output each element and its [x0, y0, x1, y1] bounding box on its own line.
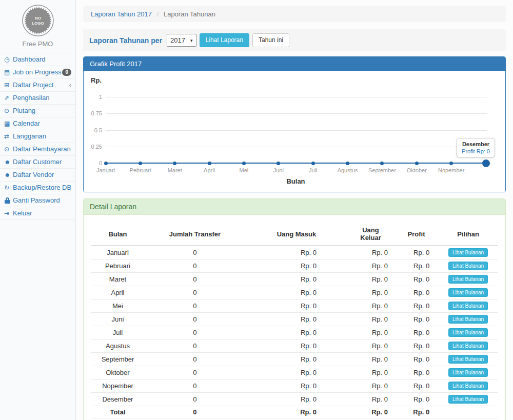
data-point-pebruari[interactable] [139, 162, 142, 165]
lihat-bulanan-button[interactable]: Lihat Bulanan [448, 342, 488, 350]
table-row: Oktober0Rp. 0Rp. 0Rp. 0Lihat Bulanan [91, 366, 498, 379]
data-point-juli[interactable] [311, 162, 315, 165]
data-point-april[interactable] [208, 162, 211, 165]
gridline [106, 113, 487, 114]
refresh-icon: ↻ [4, 184, 13, 192]
app: NO LOGO Free PMO ◷Dashboard▤Job on Progr… [0, 0, 513, 420]
lihat-bulanan-button[interactable]: Lihat Bulanan [448, 315, 488, 324]
lihat-bulanan-button[interactable]: Lihat Bulanan [448, 382, 488, 390]
lihat-bulanan-button[interactable]: Lihat Bulanan [448, 262, 488, 270]
table-row: Agustus0Rp. 0Rp. 0Rp. 0Lihat Bulanan [91, 339, 498, 353]
line-chart-icon: ⇗ [4, 94, 13, 102]
table-cell: Mei [91, 299, 144, 313]
sidebar-item-penghasilan[interactable]: ⇗Penghasilan [0, 92, 75, 105]
sidebar-item-langganan[interactable]: ⇄Langganan [0, 130, 75, 143]
table-cell: Rp. 0 [347, 273, 394, 286]
table-cell: Rp. 0 [394, 299, 439, 313]
lihat-bulanan-button[interactable]: Lihat Bulanan [448, 248, 488, 257]
total-cell [439, 406, 498, 418]
sidebar-item-keluar[interactable]: ⇥Keluar [0, 207, 75, 220]
table-cell: 0 [144, 339, 246, 353]
sidebar-item-backup-restore-db[interactable]: ↻Backup/Restore DB [0, 182, 75, 194]
data-point-agustus[interactable] [346, 162, 349, 165]
x-tick-label: Juli [293, 167, 332, 173]
sidebar-item-calendar[interactable]: ▦Calendar [0, 117, 75, 130]
chart-panel: Grafik Profit 2017 Rp.10.750.50.250Janua… [83, 56, 506, 192]
x-tick-label: Mei [224, 167, 263, 173]
table-cell: Lihat Bulanan [439, 393, 498, 406]
table-cell: Rp. 0 [394, 379, 439, 393]
data-point-juni[interactable] [277, 162, 280, 165]
tahun-ini-button[interactable]: Tahun ini [252, 33, 289, 47]
table-cell: 0 [144, 366, 246, 379]
x-tick-label: April [190, 167, 229, 173]
y-axis-label: Rp. [91, 76, 102, 84]
sidebar-item-job-on-progress[interactable]: ▤Job on Progress0 [0, 66, 75, 79]
sidebar-item-daftar-customer[interactable]: ☻Daftar Customer [0, 156, 75, 169]
tooltip-value: Profit Rp: 0 [462, 148, 490, 154]
data-point-nopember[interactable] [449, 162, 453, 165]
data-point-januari[interactable] [104, 162, 108, 165]
sidebar-item-label: Backup/Restore DB [13, 184, 71, 192]
table-cell: Rp. 0 [394, 393, 439, 406]
breadcrumb-link[interactable]: Laporan Tahun 2017 [91, 10, 152, 18]
y-tick-label: 0.25 [84, 144, 102, 150]
x-tick-label: Januari [86, 167, 125, 173]
lihat-bulanan-button[interactable]: Lihat Bulanan [448, 328, 488, 337]
table-cell: Nopember [91, 379, 144, 393]
table-row: September0Rp. 0Rp. 0Rp. 0Lihat Bulanan [91, 353, 498, 366]
table-row: Mei0Rp. 0Rp. 0Rp. 0Lihat Bulanan [91, 299, 498, 313]
lihat-bulanan-button[interactable]: Lihat Bulanan [448, 275, 488, 284]
table-cell: 0 [144, 259, 246, 273]
year-filter-bar: Laporan Tahunan per 2017 ▾ Lihat Laporan… [83, 29, 506, 51]
table-cell: 0 [144, 286, 246, 299]
data-point-mei[interactable] [242, 162, 246, 165]
lihat-bulanan-button[interactable]: Lihat Bulanan [448, 395, 488, 404]
table-cell: Rp. 0 [347, 313, 394, 326]
table-cell: Juni [91, 313, 144, 326]
x-tick-label: Juni [259, 167, 298, 173]
year-select[interactable]: 2017 ▾ [167, 34, 196, 47]
sidebar-item-label: Penghasilan [13, 94, 50, 102]
count-badge: 0 [62, 69, 71, 76]
table-cell: September [91, 353, 144, 366]
total-cell: 0 [144, 406, 246, 418]
sidebar-item-daftar-vendor[interactable]: ☻Daftar Vendor [0, 169, 75, 182]
sidebar-item-ganti-password[interactable]: Ganti Password [0, 194, 75, 207]
table-cell: Rp. 0 [347, 259, 394, 273]
lihat-bulanan-button[interactable]: Lihat Bulanan [448, 288, 488, 297]
y-tick-label: 0.75 [84, 110, 102, 116]
detail-table: BulanJumlah TransferUang MasukUang Kelua… [91, 223, 498, 418]
no-logo-seal: NO LOGO [22, 4, 54, 37]
sidebar-item-label: Langganan [13, 132, 46, 141]
data-point-september[interactable] [380, 162, 384, 165]
table-cell: Rp. 0 [347, 299, 394, 313]
sidebar-item-piutang[interactable]: ⊙Piutang [0, 105, 75, 117]
table-cell: Lihat Bulanan [439, 366, 498, 379]
data-point-oktober[interactable] [415, 162, 419, 165]
gridline [106, 97, 487, 97]
sidebar-item-daftar-pembayaran[interactable]: ⊙Daftar Pembayaran [0, 143, 75, 156]
data-point-maret[interactable] [173, 162, 176, 165]
lihat-laporan-button[interactable]: Lihat Laporan [200, 33, 249, 47]
table-cell: Rp. 0 [246, 366, 347, 379]
sidebar-item-daftar-project[interactable]: ⊞Daftar Project‹ [0, 79, 75, 92]
lihat-bulanan-button[interactable]: Lihat Bulanan [448, 368, 488, 377]
chart-panel-title: Grafik Profit 2017 [84, 57, 505, 71]
sidebar: NO LOGO Free PMO ◷Dashboard▤Job on Progr… [0, 0, 76, 420]
lihat-bulanan-button[interactable]: Lihat Bulanan [448, 302, 488, 310]
sidebar-item-dashboard[interactable]: ◷Dashboard [0, 53, 75, 66]
table-cell: Rp. 0 [347, 366, 394, 379]
table-cell: Rp. 0 [246, 326, 347, 339]
lihat-bulanan-button[interactable]: Lihat Bulanan [448, 355, 488, 364]
brand-name: Free PMO [0, 40, 75, 48]
table-cell: Agustus [91, 339, 144, 353]
table-cell: Rp. 0 [246, 299, 347, 313]
table-cell: Rp. 0 [394, 246, 439, 259]
table-cell: Rp. 0 [347, 393, 394, 406]
data-point-desember[interactable] [482, 159, 490, 167]
table-cell: Rp. 0 [347, 353, 394, 366]
table-cell: Lihat Bulanan [439, 326, 498, 339]
breadcrumb-separator: / [157, 10, 159, 18]
y-tick-label: 0 [84, 160, 102, 166]
